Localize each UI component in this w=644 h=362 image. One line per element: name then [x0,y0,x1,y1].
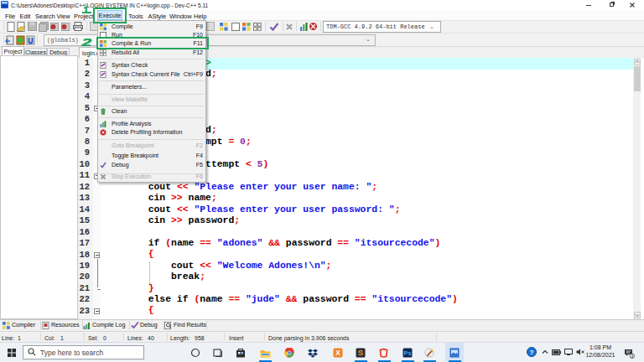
svg-text:3: 3 [631,354,633,359]
svg-text:S: S [358,348,363,357]
svg-text:X: X [335,349,340,357]
svg-text:?: ? [530,349,534,356]
svg-text:Ps: Ps [403,349,411,357]
